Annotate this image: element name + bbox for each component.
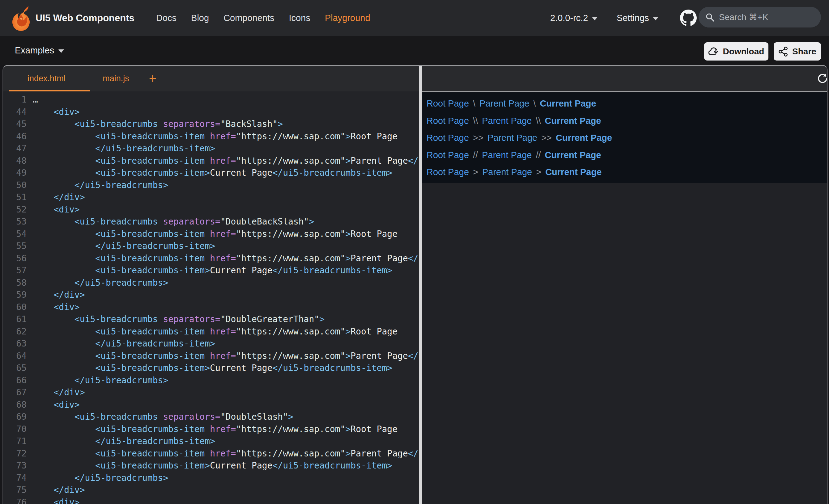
line-number: 57	[3, 264, 27, 277]
line-source: <ui5-breadcrumbs-item>Current Page</ui5-…	[33, 264, 392, 277]
github-icon[interactable]	[680, 9, 697, 26]
code-line: 64 <ui5-breadcrumbs-item href="https://w…	[3, 350, 419, 362]
breadcrumb-current: Current Page	[545, 167, 602, 177]
code-line: 57 <ui5-breadcrumbs-item>Current Page</u…	[3, 264, 419, 277]
line-source: <div>	[33, 106, 80, 118]
breadcrumb-link[interactable]: Parent Page	[482, 167, 532, 177]
line-source: <ui5-breadcrumbs-item>Current Page</ui5-…	[33, 167, 392, 179]
tab-index.html[interactable]: index.html	[3, 66, 90, 91]
code-line: 75 </div>	[3, 484, 419, 496]
chevron-down-icon	[59, 49, 64, 53]
breadcrumb-separator: //	[536, 150, 541, 160]
tab-label: index.html	[28, 74, 66, 83]
download-label: Download	[723, 47, 764, 56]
download-button[interactable]: Download	[704, 42, 768, 61]
breadcrumbs-row: Root Page//Parent Page//Current Page	[427, 147, 827, 164]
chevron-down-icon	[653, 17, 658, 21]
code-line: 72 <ui5-breadcrumbs-item href="https://w…	[3, 448, 419, 460]
preview-toolbar	[422, 66, 827, 91]
line-source: <ui5-breadcrumbs-item href="https://www.…	[33, 423, 397, 435]
breadcrumb-link[interactable]: Root Page	[427, 133, 469, 143]
line-number: 1	[3, 93, 27, 106]
line-source: </ui5-breadcrumbs>	[33, 277, 168, 289]
version-dropdown[interactable]: 2.0.0-rc.2	[550, 0, 598, 36]
code-line: 69 <ui5-breadcrumbs separators="DoubleSl…	[3, 411, 419, 423]
line-source: </ui5-breadcrumbs-item>	[33, 338, 215, 350]
line-source: <ui5-breadcrumbs separators="DoubleBackS…	[33, 216, 314, 228]
line-source: <div>	[33, 301, 80, 313]
settings-dropdown[interactable]: Settings	[617, 0, 658, 36]
line-source: </ui5-breadcrumbs>	[33, 179, 168, 191]
line-number: 55	[3, 240, 27, 252]
breadcrumb-link[interactable]: Parent Page	[482, 116, 532, 126]
chevron-down-icon	[592, 17, 598, 21]
line-source: <ui5-breadcrumbs-item href="https://www.…	[33, 325, 397, 338]
share-button[interactable]: Share	[774, 42, 821, 61]
line-number: 49	[3, 167, 27, 179]
code-line: 58 </ui5-breadcrumbs>	[3, 277, 419, 289]
preview-frame: Root Page\Parent Page\Current PageRoot P…	[422, 92, 827, 183]
line-source: </div>	[33, 191, 85, 203]
tab-main.js[interactable]: main.js	[90, 66, 142, 91]
line-number: 65	[3, 362, 27, 374]
line-number: 72	[3, 448, 27, 460]
line-source: <ui5-breadcrumbs-item href="https://www.…	[33, 130, 397, 143]
code-editor[interactable]: 1…44 <div>45 <ui5-breadcrumbs separators…	[3, 91, 419, 504]
nav-item-playground[interactable]: Playground	[325, 13, 370, 23]
panel-splitter-handle[interactable]	[419, 66, 422, 504]
code-line: 45 <ui5-breadcrumbs separators="BackSlas…	[3, 118, 419, 130]
line-number: 70	[3, 423, 27, 435]
line-source: <ui5-breadcrumbs separators="BackSlash">	[33, 118, 283, 130]
line-source: <ui5-breadcrumbs-item href="https://www.…	[33, 252, 419, 265]
code-line: 55 </ui5-breadcrumbs-item>	[3, 240, 419, 252]
nav-item-components[interactable]: Components	[223, 13, 274, 23]
editor-tab-bar: index.htmlmain.js+	[3, 66, 419, 91]
breadcrumb-current: Current Page	[545, 150, 601, 160]
breadcrumb-link[interactable]: Root Page	[427, 167, 469, 177]
code-line: 76 <div>	[3, 496, 419, 504]
line-number: 53	[3, 216, 27, 228]
code-line: 71 </ui5-breadcrumbs-item>	[3, 435, 419, 448]
line-number: 61	[3, 313, 27, 325]
breadcrumb-link[interactable]: Parent Page	[482, 150, 532, 160]
nav-item-icons[interactable]: Icons	[289, 13, 310, 23]
line-number: 48	[3, 155, 27, 167]
nav-item-docs[interactable]: Docs	[156, 13, 177, 23]
version-label: 2.0.0-rc.2	[550, 13, 588, 23]
line-number: 71	[3, 435, 27, 448]
code-line: 63 </ui5-breadcrumbs-item>	[3, 338, 419, 350]
breadcrumbs-row: Root Page\Parent Page\Current Page	[427, 95, 827, 112]
breadcrumb-separator: //	[473, 150, 478, 160]
breadcrumb-link[interactable]: Root Page	[427, 150, 469, 160]
line-number: 75	[3, 484, 27, 496]
line-number: 59	[3, 289, 27, 301]
examples-dropdown[interactable]: Examples	[15, 36, 64, 65]
breadcrumb-separator: \	[533, 99, 536, 109]
breadcrumb-separator: >>	[541, 133, 552, 143]
code-line: 49 <ui5-breadcrumbs-item>Current Page</u…	[3, 167, 419, 179]
breadcrumb-link[interactable]: Parent Page	[479, 99, 529, 109]
breadcrumb-separator: >	[536, 167, 541, 177]
ui5-phoenix-logo-icon[interactable]	[9, 4, 34, 33]
breadcrumb-link[interactable]: Parent Page	[488, 133, 537, 143]
line-number: 52	[3, 203, 27, 216]
line-source: </div>	[33, 386, 85, 399]
preview-empty-area	[422, 183, 827, 504]
breadcrumbs-row: Root Page\\Parent Page\\Current Page	[427, 112, 827, 130]
line-source: </ui5-breadcrumbs-item>	[33, 240, 215, 252]
code-line: 46 <ui5-breadcrumbs-item href="https://w…	[3, 130, 419, 143]
line-number: 45	[3, 118, 27, 130]
search-placeholder: Search ⌘+K	[719, 12, 768, 22]
line-source: </ui5-breadcrumbs>	[33, 374, 168, 387]
breadcrumb-link[interactable]: Root Page	[427, 99, 469, 109]
code-line: 59 </div>	[3, 289, 419, 301]
code-line: 52 <div>	[3, 203, 419, 216]
add-tab-button[interactable]: +	[142, 66, 164, 91]
breadcrumb-current: Current Page	[540, 99, 596, 109]
nav-item-blog[interactable]: Blog	[191, 13, 209, 23]
code-line: 62 <ui5-breadcrumbs-item href="https://w…	[3, 325, 419, 338]
refresh-icon[interactable]	[816, 72, 828, 85]
search-input[interactable]: Search ⌘+K	[698, 7, 821, 28]
breadcrumb-link[interactable]: Root Page	[427, 116, 469, 126]
breadcrumb-separator: >>	[473, 133, 483, 143]
